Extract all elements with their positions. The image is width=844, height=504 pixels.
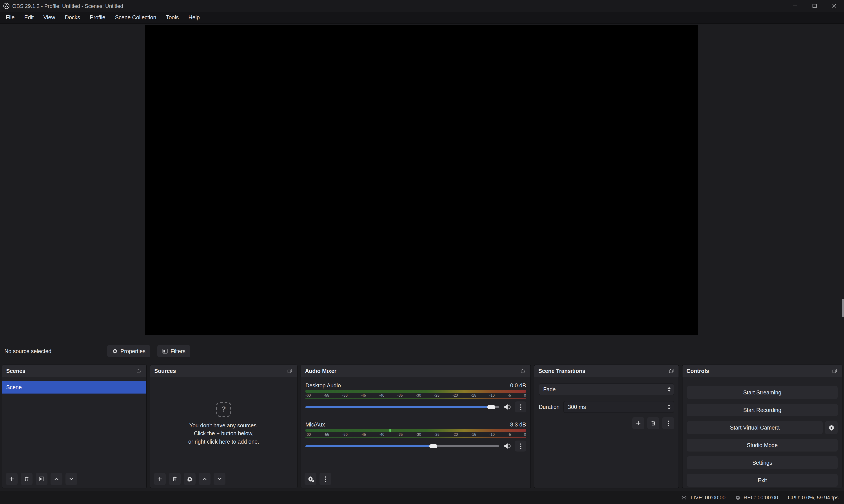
remove-source-button[interactable] [169,473,181,485]
properties-button[interactable]: Properties [107,345,150,357]
meter-tick-label: -5 [508,393,511,397]
remove-transition-button[interactable] [647,417,659,429]
add-transition-button[interactable] [632,417,644,429]
mixer-options-button[interactable] [319,473,331,485]
duration-label: Duration [539,404,560,410]
filters-button-label: Filters [171,348,186,354]
live-status: LIVE: 00:00:00 [681,494,725,501]
scene-item-label: Scene [6,384,22,390]
menu-help[interactable]: Help [184,12,205,23]
start-recording-button[interactable]: Start Recording [687,403,838,416]
mixer-channel-mic-aux: Mic/Aux -8.3 dB -60-55-50-45-40-35-30-25… [305,422,526,451]
exit-button[interactable]: Exit [687,474,838,487]
menu-scene-collection[interactable]: Scene Collection [110,12,161,23]
move-source-down-button[interactable] [214,473,226,485]
transition-select[interactable]: Fade [539,383,674,395]
minimize-button[interactable] [785,0,805,12]
audio-meter [305,390,526,393]
meter-tick-label: -60 [305,393,311,397]
filters-button[interactable]: Filters [157,345,190,357]
duration-spinbox[interactable]: 300 ms [564,401,674,413]
meter-tick-label: -15 [471,432,476,436]
speaker-icon[interactable] [503,403,511,410]
record-icon [735,495,740,500]
move-scene-up-button[interactable] [51,473,63,485]
popout-icon[interactable] [831,367,838,374]
scene-transitions-dock-title: Scene Transitions [538,368,585,374]
meter-tick-label: -40 [379,432,385,436]
status-bar: LIVE: 00:00:00 REC: 00:00:00 CPU: 0.0%, … [0,491,844,504]
popout-icon[interactable] [136,367,142,374]
transitions-body: Fade Duration 300 ms [534,377,679,429]
menu-profile[interactable]: Profile [85,12,110,23]
meter-scale: -60-55-50-45-40-35-30-25-20-15-10-50 [305,432,526,436]
speaker-icon[interactable] [503,443,511,449]
menu-edit[interactable]: Edit [19,12,38,23]
sources-dock-header: Sources [150,365,297,377]
add-scene-button[interactable] [6,473,18,485]
advanced-audio-properties-button[interactable] [304,473,316,485]
scenes-dock: Scenes Scene [2,364,147,488]
menu-file[interactable]: File [1,12,19,23]
no-source-label: No source selected [4,348,100,354]
meter-scale: -60-55-50-45-40-35-30-25-20-15-10-50 [305,393,526,397]
add-source-button[interactable] [154,473,166,485]
popout-icon[interactable] [286,367,293,374]
menu-docks[interactable]: Docks [60,12,85,23]
move-scene-down-button[interactable] [66,473,77,485]
spinbox-arrows-icon[interactable] [668,404,671,409]
duration-value: 300 ms [568,404,586,410]
preview-canvas[interactable] [145,24,698,335]
audio-meter [305,429,526,432]
channel-options-button[interactable] [515,401,526,412]
mixer-body: Desktop Audio 0.0 dB -60-55-50-45-40-35-… [301,377,530,451]
transition-properties-button[interactable] [662,417,674,429]
remove-scene-button[interactable] [21,473,33,485]
mixer-channel-desktop-audio: Desktop Audio 0.0 dB -60-55-50-45-40-35-… [305,382,526,412]
meter-tick-label: 0 [524,432,526,436]
popout-icon[interactable] [668,367,674,374]
virtual-camera-settings-button[interactable] [825,421,838,434]
preview-area [0,24,844,343]
menu-tools[interactable]: Tools [161,12,183,23]
menu-view[interactable]: View [38,12,60,23]
rec-status-text: REC: 00:00:00 [743,494,778,501]
scenes-dock-title: Scenes [6,368,25,374]
meter-tick-label: -20 [453,432,458,436]
channel-name: Mic/Aux [305,422,325,428]
move-source-up-button[interactable] [199,473,211,485]
start-streaming-button[interactable]: Start Streaming [687,386,838,399]
meter-tick-label: -50 [342,393,348,397]
audio-mixer-dock-title: Audio Mixer [305,368,336,374]
meter-tick-label: -25 [434,393,440,397]
meter-tick-label: -10 [489,432,495,436]
scene-transitions-dock-header: Scene Transitions [534,365,679,377]
scene-filters-button[interactable] [36,473,48,485]
channel-options-button[interactable] [515,440,526,451]
volume-slider[interactable] [305,406,499,408]
popout-icon[interactable] [520,367,527,374]
meter-tick-label: -35 [397,393,403,397]
window-title: OBS 29.1.2 - Profile: Untitled - Scenes:… [12,3,123,9]
scrollbar-thumb[interactable] [842,299,844,317]
meter-tick-label: -35 [397,432,403,436]
sources-dock-title: Sources [154,368,176,374]
sources-empty-state[interactable]: ? You don't have any sources. Click the … [150,377,297,470]
sources-dock: Sources ? You don't have any sources. Cl… [150,364,298,488]
volume-slider-handle[interactable] [429,444,437,448]
controls-dock-header: Controls [683,365,842,377]
properties-button-label: Properties [120,348,145,354]
start-virtual-camera-button[interactable]: Start Virtual Camera [687,421,823,434]
settings-button[interactable]: Settings [687,456,838,469]
maximize-button[interactable] [805,0,824,12]
window-controls [785,0,844,12]
studio-mode-button[interactable]: Studio Mode [687,439,838,451]
volume-slider-handle[interactable] [488,405,495,409]
scene-list-item[interactable]: Scene [2,381,146,394]
dock-area: Scenes Scene Sources [0,359,844,491]
volume-slider[interactable] [305,445,499,447]
channel-name: Desktop Audio [305,382,341,389]
scene-transitions-dock: Scene Transitions Fade Duration 300 ms [534,364,679,488]
close-button[interactable] [824,0,844,12]
source-properties-button[interactable] [184,473,196,485]
